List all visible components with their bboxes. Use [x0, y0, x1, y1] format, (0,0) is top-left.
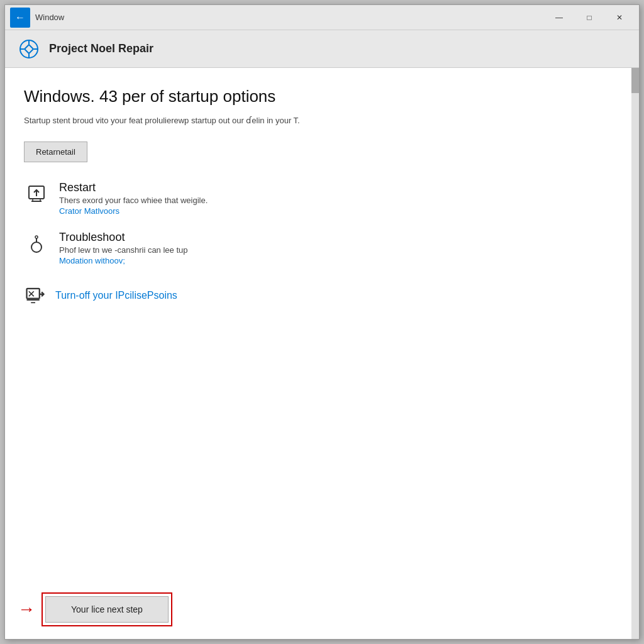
- bottom-area: → Your lice next step: [5, 592, 639, 626]
- header-repair-icon: [18, 38, 40, 60]
- troubleshoot-icon: [24, 231, 49, 256]
- minimize-button[interactable]: —: [545, 8, 574, 28]
- troubleshoot-desc: Phof lew tn we -canshrii can lee tup: [59, 245, 188, 255]
- main-content: Windows. 43 per of startup options Start…: [5, 68, 639, 639]
- window-controls: — □ ✕: [545, 8, 634, 28]
- troubleshoot-option: Troubleshoot Phof lew tn we -canshrii ca…: [24, 231, 620, 265]
- window-title: Window: [35, 13, 545, 22]
- page-description: Startup stent broud vito your feat prolu…: [24, 115, 620, 126]
- svg-rect-12: [27, 289, 40, 299]
- restart-icon: [24, 181, 49, 206]
- restart-desc: Thers exord your faco whiee that weigile…: [59, 196, 208, 205]
- restart-title: Restart: [59, 181, 208, 194]
- options-list: Restart Thers exord your faco whiee that…: [24, 181, 620, 265]
- scrollbar[interactable]: [631, 68, 639, 639]
- maximize-button[interactable]: □: [575, 8, 604, 28]
- turn-off-icon: [24, 284, 47, 307]
- retarnetail-button[interactable]: Retarnetail: [24, 142, 87, 162]
- back-icon: ←: [15, 12, 25, 23]
- next-step-button[interactable]: Your lice next step: [45, 596, 169, 623]
- back-button[interactable]: ←: [10, 8, 30, 28]
- close-button[interactable]: ✕: [605, 8, 634, 28]
- svg-point-9: [31, 242, 42, 252]
- header-bar: Project Noel Repair: [5, 30, 639, 68]
- restart-link[interactable]: Crator Matlvoors: [59, 206, 208, 216]
- turn-off-link[interactable]: Turn-off your IPcilisePsoins: [55, 290, 177, 301]
- troubleshoot-option-text: Troubleshoot Phof lew tn we -canshrii ca…: [59, 231, 188, 265]
- header-title: Project Noel Repair: [49, 42, 153, 55]
- main-window: ← Window — □ ✕ Project Noel Repair Windo…: [4, 4, 640, 640]
- troubleshoot-title: Troubleshoot: [59, 231, 188, 244]
- restart-option-text: Restart Thers exord your faco whiee that…: [59, 181, 208, 216]
- next-step-container: Your lice next step: [42, 592, 172, 626]
- turn-off-row: Turn-off your IPcilisePsoins: [24, 284, 620, 307]
- troubleshoot-link[interactable]: Modation withoov;: [59, 256, 188, 265]
- page-title: Windows. 43 per of startup options: [24, 87, 620, 106]
- title-bar: ← Window — □ ✕: [5, 5, 639, 30]
- svg-point-11: [35, 236, 38, 238]
- arrow-icon: →: [18, 599, 35, 619]
- scrollbar-thumb[interactable]: [631, 68, 639, 93]
- restart-option: Restart Thers exord your faco whiee that…: [24, 181, 620, 216]
